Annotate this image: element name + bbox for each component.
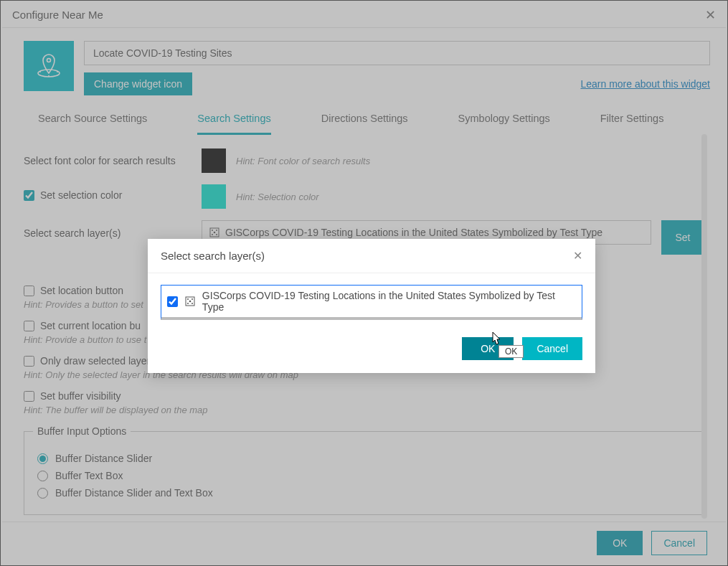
layer-option-row[interactable]: GISCorps COVID-19 Testing Locations in t… bbox=[161, 285, 582, 320]
layer-type-icon bbox=[185, 296, 195, 306]
select-layers-modal: Select search layer(s) ✕ GISCorps COVID-… bbox=[148, 239, 595, 373]
svg-point-13 bbox=[192, 298, 193, 300]
modal-close-icon[interactable]: ✕ bbox=[573, 249, 582, 263]
svg-point-15 bbox=[187, 303, 189, 304]
layer-option-label: GISCorps COVID-19 Testing Locations in t… bbox=[202, 290, 576, 313]
modal-title: Select search layer(s) bbox=[161, 250, 265, 262]
layer-option-checkbox[interactable] bbox=[167, 296, 178, 307]
modal-cancel-button[interactable]: Cancel bbox=[522, 337, 582, 360]
svg-point-14 bbox=[189, 301, 192, 303]
cursor-tooltip: OK bbox=[498, 345, 524, 358]
svg-point-12 bbox=[187, 298, 189, 300]
svg-point-16 bbox=[192, 303, 193, 304]
